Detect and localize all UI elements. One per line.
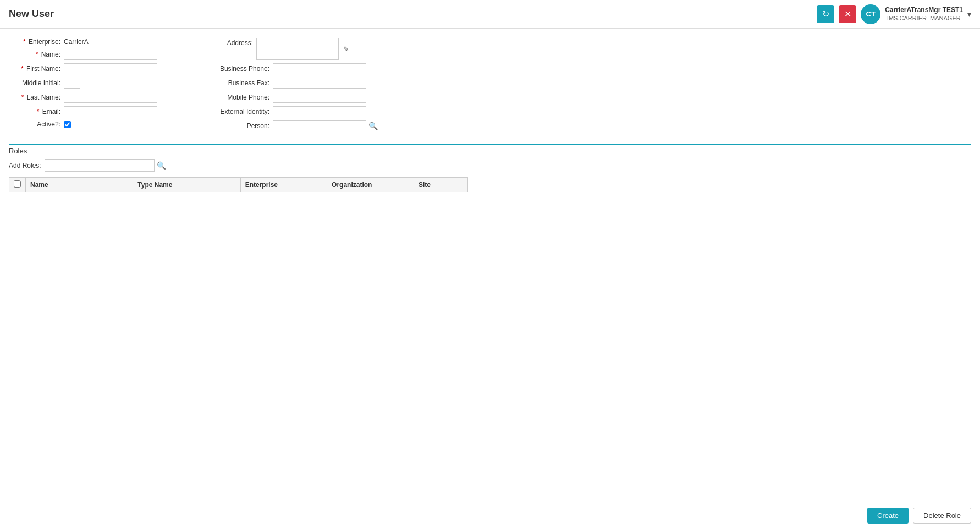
enterprise-row: * Enterprise: CarrierA — [9, 38, 196, 46]
person-field-group: 🔍 — [273, 120, 378, 131]
form-section: * Enterprise: CarrierA * Name: * First N… — [9, 38, 971, 135]
form-right: Address: ✎ Business Phone: Business Fax:… — [218, 38, 427, 135]
table-header-enterprise: Enterprise — [240, 178, 327, 192]
address-input[interactable] — [256, 38, 339, 60]
enterprise-value: CarrierA — [64, 38, 89, 46]
edit-icon[interactable]: ✎ — [343, 45, 349, 53]
address-row: Address: ✎ — [218, 38, 427, 60]
first-name-input[interactable] — [64, 63, 157, 74]
refresh-icon: ↻ — [822, 9, 829, 19]
close-icon: ✕ — [844, 9, 851, 19]
close-button[interactable]: ✕ — [839, 5, 856, 23]
main-content: * Enterprise: CarrierA * Name: * First N… — [0, 29, 980, 201]
enterprise-label: * Enterprise: — [9, 38, 64, 46]
add-roles-input[interactable] — [45, 159, 155, 172]
roles-section: Roles Add Roles: 🔍 Name Typ — [9, 144, 971, 192]
business-phone-label: Business Phone: — [218, 65, 273, 73]
user-info: CarrierATransMgr TEST1 TMS.CARRIER_MANAG… — [885, 6, 963, 23]
first-name-label: * First Name: — [9, 65, 64, 73]
name-label: * Name: — [9, 51, 64, 58]
email-row: * Email: — [9, 106, 196, 117]
table-header-row: Name Type Name Enterprise Organization S… — [9, 178, 468, 192]
table-header-site: Site — [414, 178, 467, 192]
middle-initial-label: Middle Initial: — [9, 79, 64, 87]
last-name-row: * Last Name: — [9, 92, 196, 103]
active-checkbox[interactable] — [64, 121, 71, 128]
page-title: New User — [9, 8, 54, 20]
business-phone-row: Business Phone: — [218, 63, 427, 74]
delete-role-button[interactable]: Delete Role — [913, 508, 971, 524]
mobile-phone-row: Mobile Phone: — [218, 92, 427, 103]
header: New User ↻ ✕ CT CarrierATransMgr TEST1 T… — [0, 0, 980, 29]
header-actions: ↻ ✕ CT CarrierATransMgr TEST1 TMS.CARRIE… — [817, 4, 971, 24]
table-header-type-name: Type Name — [133, 178, 240, 192]
roles-search-button[interactable]: 🔍 — [157, 161, 166, 170]
last-name-label: * Last Name: — [9, 93, 64, 101]
address-field-group: ✎ — [256, 38, 349, 60]
external-identity-label: External Identity: — [218, 108, 273, 115]
required-star: * — [23, 38, 26, 46]
table-header-organization: Organization — [327, 178, 414, 192]
external-identity-input[interactable] — [273, 106, 366, 117]
add-roles-field-group: 🔍 — [45, 159, 166, 172]
select-all-checkbox[interactable] — [14, 180, 21, 188]
roles-table: Name Type Name Enterprise Organization S… — [9, 177, 468, 192]
person-row: Person: 🔍 — [218, 120, 427, 131]
middle-initial-input[interactable] — [64, 78, 80, 89]
form-left: * Enterprise: CarrierA * Name: * First N… — [9, 38, 196, 135]
roles-title: Roles — [9, 145, 971, 157]
table-header-checkbox — [9, 178, 26, 192]
mobile-phone-input[interactable] — [273, 92, 366, 103]
external-identity-row: External Identity: — [218, 106, 427, 117]
active-row: Active?: — [9, 120, 196, 128]
business-fax-label: Business Fax: — [218, 79, 273, 87]
address-label: Address: — [218, 38, 256, 47]
first-name-row: * First Name: — [9, 63, 196, 74]
business-phone-input[interactable] — [273, 63, 366, 74]
user-name: CarrierATransMgr TEST1 — [885, 6, 963, 15]
business-fax-row: Business Fax: — [218, 78, 427, 89]
email-label: * Email: — [9, 108, 64, 115]
active-label: Active?: — [9, 120, 64, 128]
user-role: TMS.CARRIER_MANAGER — [885, 14, 963, 22]
footer: Create Delete Role — [0, 502, 980, 529]
avatar: CT — [861, 4, 880, 24]
chevron-down-icon[interactable]: ▾ — [967, 10, 971, 19]
business-fax-input[interactable] — [273, 78, 366, 89]
name-row: * Name: — [9, 49, 196, 60]
create-button[interactable]: Create — [867, 508, 909, 524]
name-input[interactable] — [64, 49, 157, 60]
person-input[interactable] — [273, 120, 366, 131]
middle-initial-row: Middle Initial: — [9, 78, 196, 89]
add-roles-label: Add Roles: — [9, 162, 41, 169]
mobile-phone-label: Mobile Phone: — [218, 93, 273, 101]
email-input[interactable] — [64, 106, 157, 117]
refresh-button[interactable]: ↻ — [817, 5, 834, 23]
table-header-name: Name — [26, 178, 133, 192]
person-label: Person: — [218, 122, 273, 130]
last-name-input[interactable] — [64, 92, 157, 103]
person-search-button[interactable]: 🔍 — [368, 122, 378, 130]
add-roles-row: Add Roles: 🔍 — [9, 157, 971, 174]
